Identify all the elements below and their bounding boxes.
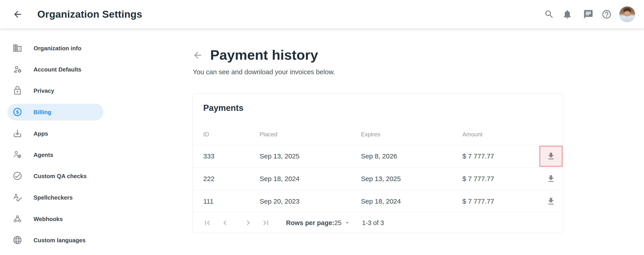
notifications-bell-icon [562,9,572,19]
cell-expires: Sep 8, 2026 [361,152,397,160]
download-invoice-button[interactable] [539,146,562,167]
pagination-range-label: 1-3 of 3 [362,219,384,227]
chat-icon [583,9,594,19]
download-tray-icon [12,129,22,138]
sidebar-item-organization-info[interactable]: Organization info [8,40,104,56]
cell-placed: Sep 18, 2024 [260,175,300,183]
table-row: 333 Sep 13, 2025 Sep 8, 2026 $ 7 777.77 [193,145,563,168]
sidebar-item-apps[interactable]: Apps [8,125,104,142]
column-header-placed: Placed [260,131,278,138]
building-icon [12,43,22,53]
back-button[interactable] [12,9,23,19]
cell-id: 333 [203,152,214,160]
spellcheck-icon [12,192,22,202]
cell-id: 222 [203,175,214,183]
sidebar-item-label: Agents [34,151,53,158]
app-title: Organization Settings [37,8,142,20]
chat-button[interactable] [583,9,594,19]
sidebar-item-label: Apps [34,130,48,137]
check-circle-icon [12,171,22,181]
lock-icon [12,86,22,95]
download-icon [546,174,556,184]
search-icon [544,9,554,19]
next-page-icon [244,218,253,227]
sidebar-item-label: Privacy [34,87,54,94]
column-header-id: ID [203,131,209,138]
sidebar-item-custom-qa-checks[interactable]: Custom QA checks [8,168,104,184]
dollar-circle-icon [12,107,22,117]
organization-settings-page: { "header": { "title": "Organization Set… [0,0,644,255]
table-row: 222 Sep 18, 2024 Sep 13, 2025 $ 7 777.77 [193,168,563,190]
last-page-icon [262,218,270,227]
arrow-left-icon [192,50,203,60]
payment-history-back-button[interactable] [192,50,203,60]
sidebar-item-label: Webhooks [34,216,63,222]
arrow-left-icon [12,9,23,19]
first-page-icon [203,218,212,227]
sidebar-item-spellcheckers[interactable]: Spellcheckers [8,189,104,206]
page-subtitle: You can see and download your invoices b… [193,68,335,76]
table-pagination: Rows per page: 25 1-3 of 3 [193,213,563,233]
previous-page-button[interactable] [220,218,230,227]
top-bar: Organization Settings [0,0,644,29]
cell-amount: $ 7 777.77 [462,175,494,183]
download-invoice-button[interactable] [539,191,562,212]
sidebar-item-custom-languages[interactable]: Custom languages [8,232,104,249]
sidebar-item-account-defaults[interactable]: Account Defaults [8,61,104,78]
rows-per-page-label: Rows per page: [286,219,334,227]
sidebar-item-label: Billing [34,109,51,116]
cell-expires: Sep 13, 2025 [361,175,401,183]
webhook-icon [12,214,22,224]
sidebar-item-label: Custom languages [34,237,86,244]
table-row: 111 Sep 20, 2023 Sep 18, 2024 $ 7 777.77 [193,190,563,213]
last-page-button[interactable] [262,218,270,227]
sidebar-item-label: Organization info [34,45,82,52]
download-icon [546,197,556,206]
account-gear-icon [12,64,22,74]
rows-per-page-dropdown[interactable] [344,220,350,226]
download-invoice-button[interactable] [539,168,562,189]
cell-amount: $ 7 777.77 [462,198,494,205]
rows-per-page-value[interactable]: 25 [334,219,342,227]
globe-icon [12,235,22,245]
payments-card: Payments ID Placed Expires Amount 333 Se… [192,93,563,233]
search-button[interactable] [544,9,554,19]
sidebar-item-privacy[interactable]: Privacy [8,82,104,99]
page-title: Payment history [210,46,318,64]
sidebar-item-label: Account Defaults [34,66,82,73]
sidebar-item-billing[interactable]: Billing [8,104,104,120]
cell-amount: $ 7 777.77 [462,152,494,160]
cell-expires: Sep 18, 2024 [361,198,401,205]
notifications-button[interactable] [562,9,572,19]
column-header-amount: Amount [462,131,482,138]
cell-placed: Sep 20, 2023 [260,198,300,205]
cell-placed: Sep 13, 2025 [260,152,300,160]
column-header-expires: Expires [361,131,380,138]
next-page-button[interactable] [244,218,253,227]
settings-sidebar: Organization info Account Defaults Priva… [0,29,112,255]
sidebar-item-label: Spellcheckers [34,194,73,201]
download-icon [546,152,556,161]
user-avatar[interactable] [619,6,635,22]
help-button[interactable] [602,9,612,19]
table-header-row: ID Placed Expires Amount [193,93,563,145]
cell-id: 111 [203,198,214,205]
previous-page-icon [220,218,230,227]
sidebar-item-agents[interactable]: Agents [8,146,104,163]
sidebar-item-webhooks[interactable]: Webhooks [8,211,104,227]
help-icon [602,9,612,19]
sidebar-item-label: Custom QA checks [34,173,86,180]
chevron-down-icon [344,220,350,226]
agent-cube-icon [12,150,22,160]
first-page-button[interactable] [203,218,212,227]
